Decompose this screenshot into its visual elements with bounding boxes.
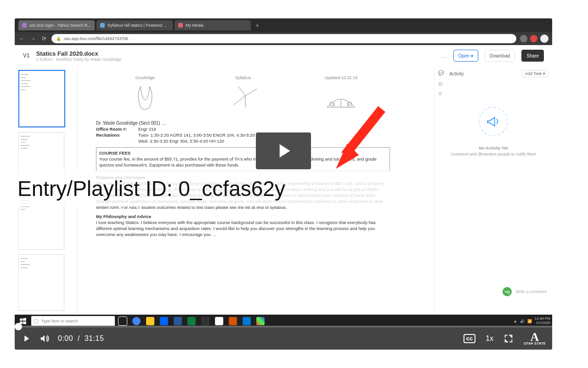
add-task-button[interactable]: Add Task ▾	[522, 70, 548, 77]
play-button[interactable]	[21, 334, 31, 344]
tray-icon: ▲	[514, 319, 517, 323]
seek-bar[interactable]	[15, 326, 552, 328]
sketch-icon	[225, 82, 261, 114]
forward-button[interactable]: →	[29, 35, 37, 42]
course-fees-box: COURSE FEES Your course fee, in the amou…	[96, 147, 390, 171]
taskbar-clock[interactable]: 12:40 PM 1/1/2020	[535, 317, 550, 325]
url-text: usu.app.box.com/file/14692743706	[64, 36, 128, 41]
label: Office Room #:	[96, 126, 133, 132]
page-thumb[interactable]: ▬▬▬▬▬▬▬▬▬▬▬▬▬▬▬▬▬▬	[18, 70, 65, 127]
entry-id-text: Entry/Playlist ID: 0_ccfas62y	[17, 176, 285, 201]
back-button[interactable]: ←	[18, 35, 26, 42]
time-display: 0:00 / 31:15	[58, 334, 104, 343]
entry-id-overlay: Entry/Playlist ID: 0_ccfas62y	[15, 171, 394, 207]
tab-label: Syllabus fall statics | Powered ...	[107, 23, 167, 28]
sketch-icon	[127, 82, 164, 114]
browser-tab[interactable]: Syllabus fall statics | Powered ...	[96, 20, 173, 30]
body-text: Your course fee, in the amount of $55.71…	[99, 156, 377, 167]
share-button[interactable]: Share	[521, 50, 544, 62]
profile-avatar[interactable]	[540, 34, 548, 43]
time-separator: /	[78, 334, 80, 342]
browser-toolbar: ← → ⟳ 🔒 usu.app.box.com/file/14692743706	[15, 32, 552, 45]
value: Tues- 1:30-2:20 AGRS 141, 3:00-3:50 ENGR…	[138, 132, 274, 138]
page-content: Goodridge Syllabus Updated 10.22.19 Dr. …	[96, 71, 390, 238]
fig-caption: Updated 10.22.19	[325, 75, 358, 80]
page-thumb[interactable]: ▬▬▬▬▬▬▬▬▬▬▬▬	[18, 254, 64, 311]
tab-label: My Media	[186, 23, 204, 28]
more-button[interactable]: …	[441, 52, 447, 59]
doc-title: Statics Fall 2020.docx	[36, 50, 122, 57]
brand-logo-icon: A	[530, 333, 539, 342]
tray-icon: 🔊	[520, 319, 525, 323]
extension-icon[interactable]	[530, 35, 537, 42]
system-tray[interactable]: ▲ 🔊 📶 12:40 PM 1/1/2020	[514, 317, 550, 325]
value: Engr 219	[138, 126, 156, 132]
brand-label: UTAH STATE	[524, 342, 546, 345]
download-button[interactable]: Download	[485, 50, 515, 62]
browser-tab[interactable]: My Media	[175, 20, 251, 30]
volume-icon	[40, 334, 50, 344]
reload-button[interactable]: ⟳	[40, 35, 48, 42]
extension-icon[interactable]	[520, 35, 527, 42]
comment-input[interactable]: wg Write a comment	[503, 287, 547, 296]
search-icon: ◯	[34, 319, 39, 323]
open-button[interactable]: Open ▾	[453, 50, 478, 62]
heading: My Philosophy and Advice	[96, 214, 390, 220]
fig-caption: Goodridge	[136, 75, 155, 80]
gear-icon: ⚙	[438, 91, 445, 98]
body-text: I love teaching Statics. I believe every…	[96, 220, 376, 237]
tab-label: usu box login - Yahoo Search R...	[29, 23, 91, 28]
toolbar-right	[520, 34, 548, 43]
fig-caption: Syllabus	[235, 75, 251, 80]
play-icon	[21, 334, 31, 344]
address-bar[interactable]: 🔒 usu.app.box.com/file/14692743706	[51, 34, 516, 43]
heading: COURSE FEES	[99, 150, 130, 155]
play-icon	[272, 139, 295, 162]
fullscreen-icon	[503, 334, 514, 344]
favicon-icon	[22, 23, 27, 28]
doc-icon: ▤	[438, 81, 445, 87]
noactivity-title: No Activity Yet	[479, 146, 508, 150]
play-overlay-button[interactable]	[256, 132, 311, 169]
favicon-icon	[100, 23, 105, 28]
doc-meta: Statics Fall 2020.docx 1 Editors · Modif…	[36, 50, 122, 62]
speed-button[interactable]: 1x	[486, 334, 493, 343]
user-avatar-icon: wg	[503, 287, 512, 296]
lock-icon: 🔒	[56, 36, 61, 41]
seek-handle-icon[interactable]	[15, 323, 22, 330]
sketch-icon	[322, 82, 359, 114]
instructor-line: Dr. Wade Goodridge (Sect 001) …	[96, 121, 390, 126]
captions-button[interactable]: cc	[464, 334, 475, 343]
volume-button[interactable]	[40, 334, 50, 344]
video-player: usu box login - Yahoo Search R... Syllab…	[15, 18, 552, 350]
video-control-bar: 0:00 / 31:15 cc 1x A UTAH STATE	[15, 328, 552, 350]
noactivity-sub: Comment and @mention people to notify th…	[451, 152, 536, 156]
current-time: 0:00	[58, 334, 73, 342]
activity-panel: 💬 Activity Add Task ▾ ▤ ⚙ No Activity Ye…	[434, 66, 552, 315]
activity-label: Activity	[449, 71, 464, 76]
stage: usu box login - Yahoo Search R... Syllab…	[0, 0, 588, 368]
doc-subtitle: 1 Editors · Modified Today by Wade Goodr…	[36, 57, 122, 62]
chat-icon: 💬	[438, 70, 445, 77]
fullscreen-button[interactable]	[503, 334, 514, 344]
new-tab-button[interactable]: +	[253, 21, 262, 30]
comment-placeholder: Write a comment	[515, 289, 547, 294]
browser-tab-strip: usu box login - Yahoo Search R... Syllab…	[15, 18, 552, 32]
tray-icon: 📶	[527, 319, 532, 323]
clock-date: 1/1/2020	[535, 321, 550, 325]
player-brand: A UTAH STATE	[524, 333, 546, 345]
browser-tab[interactable]: usu box login - Yahoo Search R...	[18, 20, 95, 30]
version-badge: V1	[23, 52, 30, 59]
megaphone-icon	[479, 107, 508, 136]
taskbar-search[interactable]: ◯ Type here to search	[31, 316, 115, 326]
search-placeholder: Type here to search	[41, 319, 78, 323]
favicon-icon	[178, 23, 183, 28]
duration: 31:15	[85, 334, 104, 342]
box-header: V1 Statics Fall 2020.docx 1 Editors · Mo…	[15, 45, 552, 67]
value: Wed- 2:30-3:20 Engr 304, 3:30-4:20 HH 12…	[138, 138, 224, 144]
label: Recitations	[96, 132, 133, 138]
